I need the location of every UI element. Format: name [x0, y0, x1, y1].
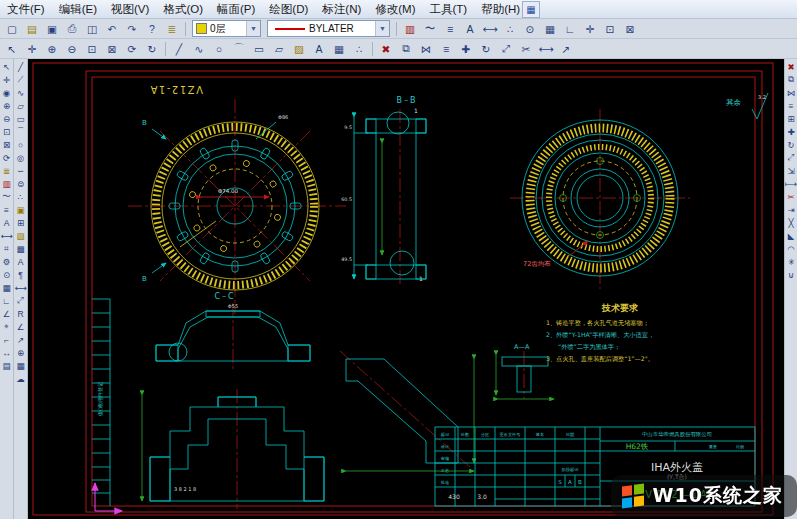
rotate-icon[interactable]: ↻	[785, 138, 797, 151]
open-file-icon[interactable]: ▤	[22, 19, 42, 38]
line-icon[interactable]: ╱	[14, 60, 27, 73]
zoom-extents-icon[interactable]: ⊠	[620, 19, 640, 38]
pan-icon[interactable]: ✛	[22, 39, 42, 58]
point-style-icon[interactable]: ∴	[500, 19, 520, 38]
chamfer-icon[interactable]: ◣	[785, 229, 797, 242]
pan-icon[interactable]: ✛	[0, 73, 13, 86]
text-icon[interactable]: A	[14, 255, 27, 268]
arc-icon[interactable]: ⌒	[14, 125, 27, 138]
extend-icon[interactable]: ⇥	[785, 203, 797, 216]
tolerance-icon[interactable]: ⊕	[14, 346, 27, 359]
menu-sheet[interactable]: 幅面(P)	[210, 1, 262, 18]
mirror-icon[interactable]: ⋈	[785, 86, 797, 99]
lineweight-icon[interactable]: ≡	[0, 203, 13, 216]
dim-aligned-icon[interactable]: ⤢	[14, 294, 27, 307]
chevron-down-icon[interactable]: ▼	[246, 21, 260, 36]
move-icon[interactable]: ✚	[785, 125, 797, 138]
layer-manager-icon[interactable]: ≣	[162, 19, 182, 38]
chevron-down-icon[interactable]: ▼	[375, 21, 389, 36]
color-picker-icon[interactable]: ▥	[400, 19, 420, 38]
line-icon[interactable]: ╱	[169, 39, 189, 58]
zoom-in-icon[interactable]: ⊕	[42, 39, 62, 58]
properties-icon[interactable]: ▤	[0, 359, 13, 372]
trim-icon[interactable]: ✂	[785, 190, 797, 203]
zoom-all-icon[interactable]: ⊠	[0, 138, 13, 151]
table-icon[interactable]: ▦	[14, 359, 27, 372]
object-snap-icon[interactable]: ⊙	[520, 19, 540, 38]
copy-icon[interactable]: ⧉	[785, 73, 797, 86]
help-icon[interactable]: ?	[142, 19, 162, 38]
offset-icon[interactable]: ≡	[785, 99, 797, 112]
mtext-icon[interactable]: ¶	[14, 268, 27, 281]
zoom-in-icon[interactable]: ⊕	[0, 99, 13, 112]
grid-icon[interactable]: ▦	[0, 281, 13, 294]
ucs-icon[interactable]: ⌐	[0, 333, 13, 346]
donut-icon[interactable]: ◎	[14, 151, 27, 164]
menu-view[interactable]: 视图(V)	[104, 1, 156, 18]
redraw-icon[interactable]: ⟳	[122, 39, 142, 58]
redraw-icon[interactable]: ⟳	[0, 151, 13, 164]
linetype-combo[interactable]: BYLATER ▼	[267, 20, 390, 37]
join-icon[interactable]: ⊍	[785, 268, 797, 281]
explode-icon[interactable]: ✳	[785, 255, 797, 268]
color-icon[interactable]: ▥	[0, 177, 13, 190]
mirror-icon[interactable]: ⋈	[416, 39, 436, 58]
dim-radius-icon[interactable]: R	[14, 307, 27, 320]
trim-icon[interactable]: ✂	[516, 39, 536, 58]
array-icon[interactable]: ⊞	[785, 112, 797, 125]
menu-format[interactable]: 格式(O)	[156, 1, 210, 18]
units-icon[interactable]: ⌗	[0, 242, 13, 255]
rectangle-icon[interactable]: ▭	[249, 39, 269, 58]
regen-icon[interactable]: ↻	[142, 39, 162, 58]
offset-icon[interactable]: ≡	[436, 39, 456, 58]
track-icon[interactable]: ⌖	[0, 320, 13, 333]
erase-icon[interactable]: ✖	[376, 39, 396, 58]
table-icon[interactable]: ▦	[329, 39, 349, 58]
grid-icon[interactable]: ▦	[540, 19, 560, 38]
zoom-window-icon[interactable]: ⊡	[0, 125, 13, 138]
region-icon[interactable]: ▩	[14, 242, 27, 255]
zoom-out-icon[interactable]: ⊖	[0, 112, 13, 125]
zoom-out-icon[interactable]: ⊖	[62, 39, 82, 58]
select-icon[interactable]: ↖	[2, 39, 22, 58]
rotate-icon[interactable]: ↻	[476, 39, 496, 58]
pan-icon[interactable]: ✛	[580, 19, 600, 38]
osnap-icon[interactable]: ⊙	[0, 268, 13, 281]
menu-modify[interactable]: 修改(M)	[368, 1, 422, 18]
hatch-icon[interactable]: ▨	[289, 39, 309, 58]
move-icon[interactable]: ✚	[456, 39, 476, 58]
circle-icon[interactable]: ○	[14, 138, 27, 151]
zoom-realtime-icon[interactable]: ◉	[0, 86, 13, 99]
stretch-icon[interactable]: ⇲	[785, 164, 797, 177]
break-icon[interactable]: ╳	[785, 216, 797, 229]
print-icon[interactable]: ⎙	[62, 19, 82, 38]
polar-icon[interactable]: ∠	[0, 307, 13, 320]
dim-angular-icon[interactable]: ∠	[14, 320, 27, 333]
lineweight-icon[interactable]: ≡	[440, 19, 460, 38]
circle-icon[interactable]: ○	[209, 39, 229, 58]
settings-icon[interactable]: ⚙	[0, 255, 13, 268]
menu-help[interactable]: 帮助(H)	[474, 1, 527, 18]
revcloud-icon[interactable]: ☁	[14, 372, 27, 385]
point-icon[interactable]: ∴	[349, 39, 369, 58]
xline-icon[interactable]: ⟋	[14, 73, 27, 86]
arc-icon[interactable]: ⌒	[229, 39, 249, 58]
leader-icon[interactable]: ↗	[14, 333, 27, 346]
zoom-window-icon[interactable]: ⊡	[600, 19, 620, 38]
zoom-window-icon[interactable]: ⊡	[82, 39, 102, 58]
distance-icon[interactable]: ↔	[0, 346, 13, 359]
rectangle-icon[interactable]: ▭	[14, 112, 27, 125]
save-icon[interactable]: ▣	[42, 19, 62, 38]
polyline-icon[interactable]: ∿	[189, 39, 209, 58]
layers-icon[interactable]: ≣	[0, 164, 13, 177]
scale-icon[interactable]: ⤢	[496, 39, 516, 58]
ortho-icon[interactable]: ∟	[560, 19, 580, 38]
fillet-icon[interactable]: ◠	[785, 242, 797, 255]
dim-style-icon[interactable]: ⟷	[0, 229, 13, 242]
polyline-icon[interactable]: ∿	[14, 86, 27, 99]
linetype-manager-icon[interactable]: 〜	[420, 19, 440, 38]
dim-linear-icon[interactable]: ⟷	[14, 281, 27, 294]
ellipse-icon[interactable]: ⊜	[14, 177, 27, 190]
text-style-icon[interactable]: A	[0, 216, 13, 229]
menu-extra-icon[interactable]: ▦	[522, 1, 540, 18]
